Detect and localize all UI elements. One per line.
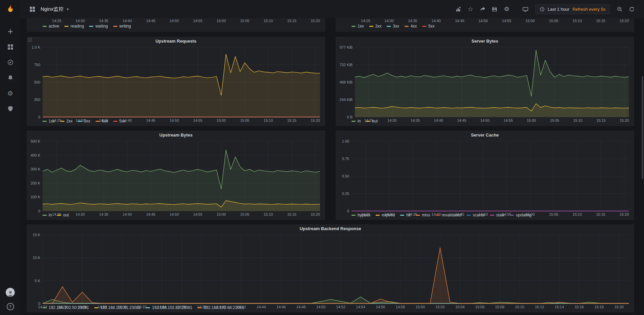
tv-icon[interactable] <box>521 4 531 14</box>
legend-swatch <box>43 307 47 308</box>
panel-title[interactable]: Upstream Requests <box>27 37 325 45</box>
person-icon <box>7 290 14 297</box>
time-picker-button[interactable]: Last 1 hour Refresh every 5s <box>535 4 610 14</box>
legend-label: active <box>49 24 59 29</box>
user-avatar[interactable] <box>6 288 15 297</box>
dashboards-icon[interactable] <box>6 43 14 51</box>
zoom-out-icon[interactable] <box>614 4 625 14</box>
legend-item[interactable]: 3xx <box>387 24 399 29</box>
legend-item[interactable]: 3xx <box>78 119 90 123</box>
legend-item[interactable]: 192.168.102.68:23081 <box>198 305 244 310</box>
scrollbar[interactable] <box>642 76 643 179</box>
svg-text:15:05: 15:05 <box>240 19 250 23</box>
save-icon[interactable] <box>490 4 500 14</box>
legend-item[interactable]: active <box>43 24 59 29</box>
panel-info-icon[interactable]: i <box>28 38 32 42</box>
chart-server-bytes[interactable]: 14:2514:3014:3514:4014:4514:5014:5515:00… <box>336 45 634 118</box>
dashboard-grid-icon[interactable] <box>27 4 37 14</box>
share-icon[interactable] <box>478 4 488 14</box>
chart-upstream-bytes[interactable]: 14:2514:3014:3514:4014:4514:5014:5515:00… <box>27 139 325 212</box>
legend-label: 4xx <box>102 119 108 123</box>
legend-swatch <box>416 215 420 216</box>
svg-text:500 K: 500 K <box>31 139 40 143</box>
chevron-down-icon[interactable]: ▾ <box>67 7 69 11</box>
admin-shield-icon[interactable] <box>6 105 14 113</box>
legend-item[interactable]: 4xx <box>405 24 417 29</box>
panel-title[interactable]: Server Cache <box>336 131 634 139</box>
chart-svg: 14:2514:3014:3514:4014:4514:5014:5515:00… <box>27 45 325 123</box>
legend-item[interactable]: out <box>57 213 69 217</box>
legend-item[interactable]: expired <box>376 213 395 217</box>
legend-item[interactable]: 4xx <box>96 119 108 123</box>
add-panel-icon[interactable] <box>453 4 464 14</box>
legend-item[interactable]: bypass <box>352 213 370 217</box>
explore-compass-icon[interactable] <box>6 58 14 66</box>
grafana-logo[interactable] <box>0 0 20 18</box>
svg-text:488 KiB: 488 KiB <box>339 80 353 84</box>
configuration-gear-icon[interactable]: ⚙ <box>6 89 14 97</box>
legend-swatch <box>387 26 391 27</box>
chart-connections-axis[interactable]: 14:2514:3014:3514:4014:4514:5014:5515:00… <box>27 18 325 23</box>
create-plus-icon[interactable] <box>6 28 14 36</box>
alerting-bell-icon[interactable] <box>6 74 14 82</box>
legend-item[interactable]: 2xx <box>369 24 382 29</box>
svg-text:5 K: 5 K <box>35 279 40 283</box>
legend-item[interactable]: 2xx <box>60 119 73 123</box>
legend-item[interactable]: 1xx <box>43 119 55 123</box>
svg-text:1.00: 1.00 <box>342 139 349 143</box>
legend-swatch <box>43 215 47 216</box>
legend-item[interactable]: stale <box>490 213 504 217</box>
legend-swatch <box>400 215 404 216</box>
legend-item[interactable]: 1xx <box>352 24 364 29</box>
chart-svg: 14:2214:2414:2614:2814:3014:3214:3414:36… <box>27 233 634 310</box>
legend-label: 2xx <box>375 24 382 29</box>
legend-label: in <box>49 213 52 217</box>
legend-label: 2xx <box>66 119 73 123</box>
time-range-label: Last 1 hour <box>548 7 570 12</box>
legend-item[interactable]: 192.168.102.50:23081 <box>43 305 89 310</box>
svg-text:14:25: 14:25 <box>361 19 370 23</box>
star-icon[interactable]: ☆ <box>466 4 476 14</box>
panel-server-bytes: Server Bytes 14:2514:3014:3514:4014:4514… <box>336 37 634 126</box>
panel-upstream-requests: i Upstream Requests 14:2514:3014:3514:40… <box>27 37 325 126</box>
legend-swatch <box>198 307 202 308</box>
refresh-icon[interactable] <box>627 4 637 14</box>
legend-item[interactable]: revalidated <box>436 213 462 217</box>
svg-text:14:55: 14:55 <box>502 19 512 23</box>
legend-item[interactable]: hit <box>400 213 411 217</box>
panel-title[interactable]: Upstream Bytes <box>27 131 325 139</box>
settings-icon[interactable]: ⚙ <box>502 4 512 14</box>
legend-item[interactable]: 5xx <box>113 119 126 123</box>
legend-item[interactable]: reading <box>64 24 84 29</box>
chart-upstream-backend-response[interactable]: 14:2214:2414:2614:2814:3014:3214:3414:36… <box>27 233 634 305</box>
chart-server-requests-axis[interactable]: 14:2514:3014:3514:4014:4514:5014:5515:00… <box>336 18 634 23</box>
chart-svg: 14:2514:3014:3514:4014:4514:5014:5515:00… <box>27 18 325 23</box>
panel-title[interactable]: Upstream Backend Response <box>27 225 634 233</box>
legend-item[interactable]: 5xx <box>422 24 435 29</box>
legend-swatch <box>43 26 47 27</box>
legend-item[interactable]: writing <box>113 24 131 29</box>
svg-text:244 KiB: 244 KiB <box>339 98 353 102</box>
help-icon[interactable]: ? <box>7 303 14 310</box>
legend-label: scarce <box>473 213 484 217</box>
svg-text:14:55: 14:55 <box>193 19 203 23</box>
chart-upstream-requests[interactable]: 14:2514:3014:3514:4014:4514:5014:5515:00… <box>27 45 325 118</box>
legend-item[interactable]: 192.168.102.62:23081 <box>146 305 192 310</box>
legend-item[interactable]: scarce <box>467 213 484 217</box>
legend-server-cache: bypassexpiredhitmissrevalidatedscarcesta… <box>336 212 634 219</box>
panel-connections-clipped: 14:2514:3014:3514:4014:4514:5014:5515:00… <box>27 18 325 32</box>
legend-item[interactable]: in <box>43 213 52 217</box>
panel-title[interactable]: Server Bytes <box>336 37 634 45</box>
dashboard-content: 14:2514:3014:3514:4014:4514:5014:5515:00… <box>20 18 644 315</box>
legend-item[interactable]: out <box>366 119 378 123</box>
legend-item[interactable]: in <box>352 119 361 123</box>
legend-item[interactable]: updating <box>510 213 531 217</box>
legend-item[interactable]: miss <box>416 213 430 217</box>
dashboard-title[interactable]: Nginx监控 <box>41 6 63 12</box>
legend-item[interactable]: 192.168.102.61:23081 <box>94 305 141 310</box>
svg-text:15 K: 15 K <box>33 233 40 237</box>
legend-item[interactable]: waiting <box>89 24 108 29</box>
svg-text:14:30: 14:30 <box>384 19 394 23</box>
legend-swatch <box>366 121 370 122</box>
chart-server-cache[interactable]: 14:2514:3014:3514:4014:4514:5014:5515:00… <box>336 139 634 212</box>
